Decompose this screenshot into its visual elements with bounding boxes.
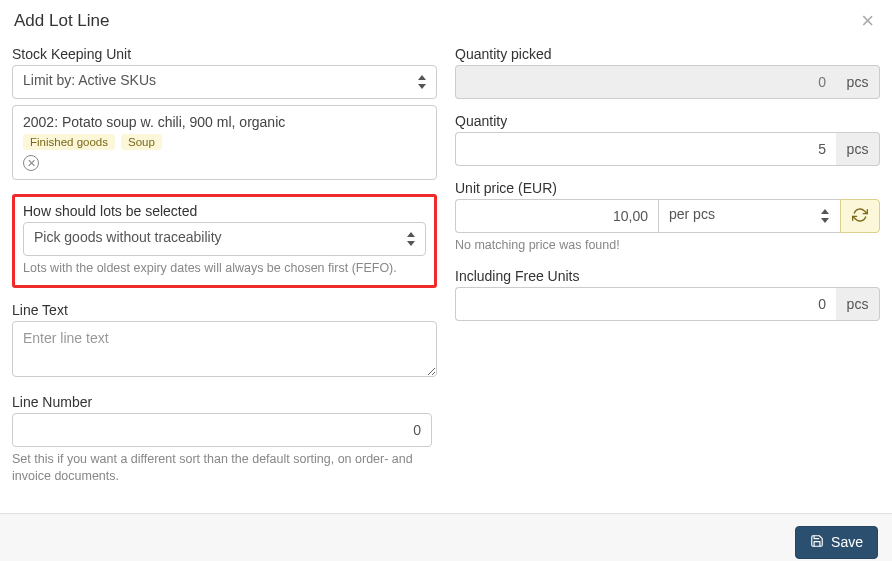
free-units-input[interactable] [455,287,836,321]
left-column: Stock Keeping Unit Limit by: Active SKUs… [12,46,437,499]
close-icon[interactable]: × [857,10,878,32]
lot-select-help: Lots with the oldest expiry dates will a… [23,260,426,277]
sku-limit-select[interactable]: Limit by: Active SKUs [12,65,437,99]
line-number-input[interactable] [12,413,432,447]
qty-picked-input [455,65,836,99]
line-number-label: Line Number [12,394,432,410]
modal-header: Add Lot Line × [0,0,892,38]
unit-price-help: No matching price was found! [455,237,880,254]
sku-remove-icon[interactable]: ✕ [23,155,39,171]
modal-title: Add Lot Line [14,11,109,31]
sku-label: Stock Keeping Unit [12,46,437,62]
qty-picked-unit: pcs [836,65,880,99]
sku-tag: Soup [121,134,162,150]
line-number-help: Set this if you want a different sort th… [12,451,432,485]
sku-limit-value: Limit by: Active SKUs [12,65,437,99]
qty-label: Quantity [455,113,880,129]
refresh-price-button[interactable] [840,199,880,233]
lot-select-field: How should lots be selected Pick goods w… [23,203,426,277]
qty-input[interactable] [455,132,836,166]
save-button[interactable]: Save [795,526,878,559]
line-text-label: Line Text [12,302,437,318]
right-column: Quantity picked pcs Quantity pcs Unit pr… [455,46,880,499]
sku-tags: Finished goods Soup [23,134,426,150]
qty-picked-field: Quantity picked pcs [455,46,880,99]
save-button-label: Save [831,534,863,550]
lot-select[interactable]: Pick goods without traceability [23,222,426,256]
free-units-field: Including Free Units pcs [455,268,880,321]
sku-item-name: 2002: Potato soup w. chili, 900 ml, orga… [23,114,426,130]
unit-price-per-select[interactable]: per pcs [658,199,840,233]
unit-price-per-value: per pcs [658,199,840,233]
lot-select-highlight: How should lots be selected Pick goods w… [12,194,437,288]
sku-card: 2002: Potato soup w. chili, 900 ml, orga… [12,105,437,180]
modal-body: Stock Keeping Unit Limit by: Active SKUs… [0,38,892,513]
lot-select-value: Pick goods without traceability [23,222,426,256]
unit-price-input[interactable] [455,199,658,233]
free-units-unit: pcs [836,287,880,321]
qty-picked-label: Quantity picked [455,46,880,62]
modal-footer: Save [0,513,892,561]
line-text-input[interactable] [12,321,437,377]
sku-field: Stock Keeping Unit Limit by: Active SKUs… [12,46,437,180]
save-icon [810,534,824,551]
lot-select-label: How should lots be selected [23,203,426,219]
unit-price-field: Unit price (EUR) per pcs [455,180,880,254]
sku-tag: Finished goods [23,134,115,150]
refresh-icon [852,207,868,226]
unit-price-label: Unit price (EUR) [455,180,880,196]
line-number-field: Line Number Set this if you want a diffe… [12,394,432,485]
add-lot-line-modal: Add Lot Line × Stock Keeping Unit Limit … [0,0,892,561]
qty-unit: pcs [836,132,880,166]
qty-field: Quantity pcs [455,113,880,166]
free-units-label: Including Free Units [455,268,880,284]
line-text-field: Line Text [12,302,437,380]
